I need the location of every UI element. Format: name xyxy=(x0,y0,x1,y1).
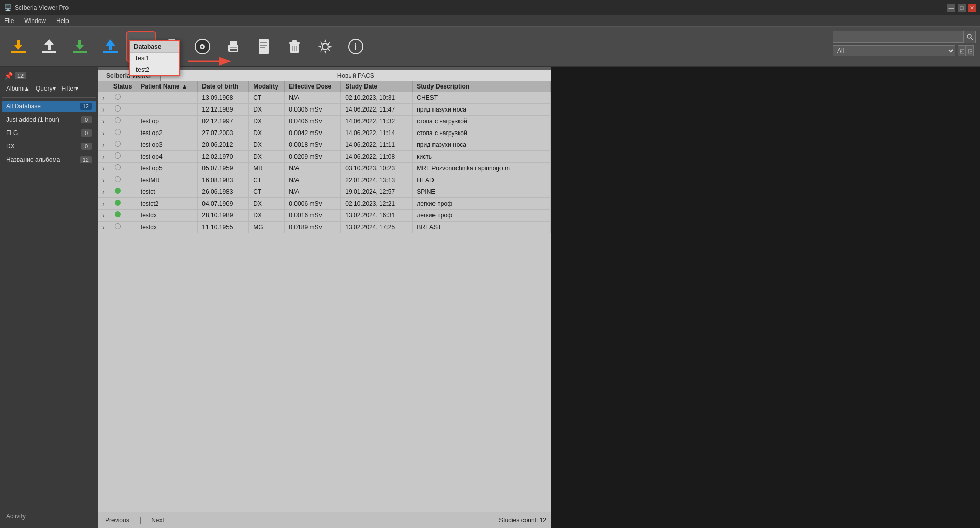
row-expand-cell[interactable]: › xyxy=(98,104,109,116)
maximize-button[interactable]: □ xyxy=(958,4,966,12)
svg-rect-27 xyxy=(260,45,267,46)
title-bar-controls: — □ ✕ xyxy=(947,4,976,12)
expand-btn-right[interactable]: ◳ xyxy=(966,45,974,56)
row-expand-cell[interactable]: › xyxy=(98,174,109,186)
col-dob[interactable]: Date of birth xyxy=(198,81,249,92)
sidebar-item-just-added[interactable]: Just added (1 hour) 0 xyxy=(2,114,96,125)
menu-file[interactable]: File xyxy=(2,16,16,26)
menu-bar: File Window Help xyxy=(0,15,980,27)
row-date-cell: 03.10.2023, 10:23 xyxy=(341,163,413,174)
row-description-cell: стопа с нагрузкой xyxy=(413,116,551,127)
row-date-cell: 13.02.2024, 17:25 xyxy=(341,222,413,233)
col-modality[interactable]: Modality xyxy=(249,81,285,92)
query-button[interactable]: Query▾ xyxy=(34,84,58,93)
status-circle xyxy=(115,223,121,229)
table-row[interactable]: ›testct204.07.1969DX0.0006 mSv02.10.2023… xyxy=(98,198,551,210)
sidebar: 📌 12 Album▲ Query▾ Filter▾ All Database … xyxy=(0,67,98,528)
document-button[interactable] xyxy=(249,32,278,61)
row-expand-cell[interactable]: › xyxy=(98,222,109,233)
upload-blue-button[interactable] xyxy=(96,32,125,61)
row-date-cell: 14.06.2022, 11:32 xyxy=(341,116,413,127)
minimize-button[interactable]: — xyxy=(947,4,955,12)
filter-button[interactable]: Filter▾ xyxy=(60,84,81,93)
table-row[interactable]: ›testMR16.08.1983CTN/A22.01.2024, 13:13H… xyxy=(98,174,551,186)
app-title: Sciberia Viewer Pro xyxy=(15,4,69,11)
previous-button[interactable]: Previous xyxy=(102,516,132,525)
download-green-button[interactable] xyxy=(65,32,94,61)
row-status-cell xyxy=(109,198,136,207)
menu-help[interactable]: Help xyxy=(54,16,71,26)
status-circle xyxy=(115,164,121,170)
expand-btn-left[interactable]: ◱ xyxy=(958,45,966,56)
search-filter-select[interactable]: All Name ID Date xyxy=(833,45,955,56)
row-dose-cell: 0.0306 mSv xyxy=(285,104,341,116)
info-button[interactable]: i xyxy=(341,32,370,61)
status-circle xyxy=(115,176,121,182)
table-row[interactable]: ›test op320.06.2012DX0.0018 mSv14.06.202… xyxy=(98,139,551,151)
row-dose-cell: 0.0209 mSv xyxy=(285,151,341,163)
table-row[interactable]: ›12.12.1989DX0.0306 mSv14.06.2022, 11:47… xyxy=(98,104,551,116)
col-expand[interactable] xyxy=(98,81,109,92)
col-name[interactable]: Patient Name ▲ xyxy=(136,81,198,92)
search-icon-button[interactable] xyxy=(963,31,975,43)
row-expand-cell[interactable]: › xyxy=(98,92,109,104)
row-modality-cell: DX xyxy=(249,151,285,163)
sidebar-item-all-database[interactable]: All Database 12 xyxy=(2,101,96,112)
dropdown-item-test2[interactable]: test2 xyxy=(130,64,179,75)
menu-window[interactable]: Window xyxy=(22,16,48,26)
col-status[interactable]: Status xyxy=(109,81,136,92)
status-circle xyxy=(115,200,121,206)
close-button[interactable]: ✕ xyxy=(968,4,976,12)
row-dose-cell: N/A xyxy=(285,186,341,198)
table-row[interactable]: ›13.09.1968CTN/A02.10.2023, 10:31CHEST xyxy=(98,92,551,104)
col-dose[interactable]: Effective Dose xyxy=(285,81,341,92)
row-expand-cell[interactable]: › xyxy=(98,127,109,139)
album-button[interactable]: Album▲ xyxy=(4,84,32,93)
row-modality-cell: CT xyxy=(249,92,285,104)
row-expand-cell[interactable]: › xyxy=(98,116,109,127)
table-row[interactable]: ›testdx28.10.1989DX0.0016 mSv13.02.2024,… xyxy=(98,210,551,222)
trash-button[interactable] xyxy=(280,32,309,61)
row-expand-cell[interactable]: › xyxy=(98,186,109,198)
table-row[interactable]: ›test op505.07.1959MRN/A03.10.2023, 10:2… xyxy=(98,163,551,174)
table-row[interactable]: ›testct26.06.1983CTN/A19.01.2024, 12:57S… xyxy=(98,186,551,198)
dropdown-item-test1[interactable]: test1 xyxy=(130,53,179,64)
status-circle xyxy=(115,117,121,123)
row-modality-cell: CT xyxy=(249,186,285,198)
download-yellow-button[interactable] xyxy=(4,32,33,61)
row-expand-cell[interactable]: › xyxy=(98,198,109,210)
search-input[interactable] xyxy=(833,33,963,40)
col-date[interactable]: Study Date xyxy=(341,81,413,92)
row-description-cell: CHEST xyxy=(413,92,551,104)
svg-rect-5 xyxy=(48,45,51,50)
table-row[interactable]: ›test op227.07.2003DX0.0042 mSv14.06.202… xyxy=(98,127,551,139)
row-status-cell xyxy=(109,92,136,101)
status-circle xyxy=(115,94,121,100)
row-expand-cell[interactable]: › xyxy=(98,163,109,174)
row-dose-cell: N/A xyxy=(285,174,341,186)
table-row[interactable]: ›test op02.12.1997DX0.0406 mSv14.06.2022… xyxy=(98,116,551,127)
studies-table: Status Patient Name ▲ Date of birth Moda… xyxy=(98,81,551,233)
table-row[interactable]: ›testdx11.10.1955MG0.0189 mSv13.02.2024,… xyxy=(98,222,551,233)
sidebar-item-album-name[interactable]: Название альбома 12 xyxy=(2,154,96,165)
next-button[interactable]: Next xyxy=(148,516,167,525)
settings-button[interactable] xyxy=(311,32,339,61)
col-description[interactable]: Study Description xyxy=(413,81,551,92)
status-circle xyxy=(115,141,121,147)
row-expand-cell[interactable]: › xyxy=(98,210,109,222)
svg-rect-9 xyxy=(103,51,118,53)
row-dob-cell: 26.06.1983 xyxy=(198,186,249,198)
upload-button[interactable] xyxy=(35,32,63,61)
row-expand-cell[interactable]: › xyxy=(98,151,109,163)
just-added-label: Just added (1 hour) xyxy=(6,116,59,123)
sidebar-item-dx[interactable]: DX 0 xyxy=(2,141,96,152)
table-row[interactable]: ›test op412.02.1970DX0.0209 mSv14.06.202… xyxy=(98,151,551,163)
studies-count: Studies count: 12 xyxy=(499,517,546,524)
table-container[interactable]: Status Patient Name ▲ Date of birth Moda… xyxy=(98,81,551,512)
row-dob-cell: 27.07.2003 xyxy=(198,127,249,139)
row-expand-cell[interactable]: › xyxy=(98,139,109,151)
sidebar-item-flg[interactable]: FLG 0 xyxy=(2,127,96,139)
album-name-count: 12 xyxy=(80,156,92,163)
expand-buttons: ◱ ◳ xyxy=(958,45,974,56)
svg-text:i: i xyxy=(354,42,356,51)
